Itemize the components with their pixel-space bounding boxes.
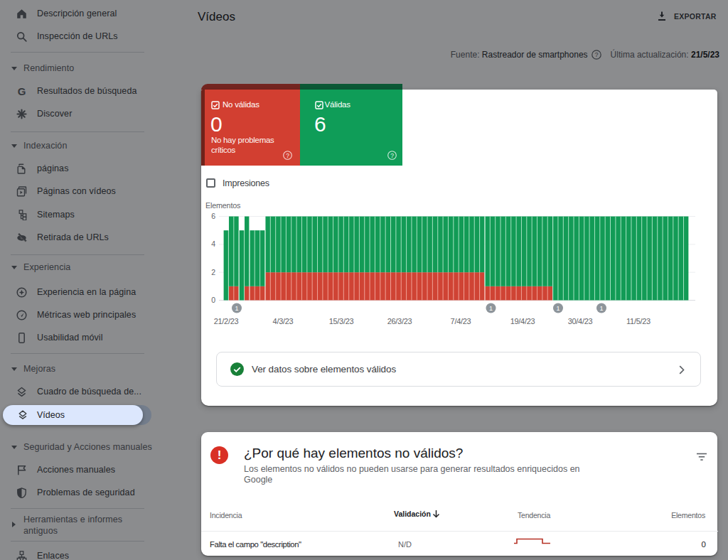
svg-text:30/4/23: 30/4/23 — [568, 317, 593, 325]
svg-text:11/5/23: 11/5/23 — [626, 317, 651, 325]
svg-text:4: 4 — [211, 239, 215, 248]
svg-text:6: 6 — [211, 212, 215, 220]
svg-text:1: 1 — [235, 305, 238, 312]
svg-text:1: 1 — [556, 305, 560, 312]
svg-text:2: 2 — [211, 268, 215, 276]
svg-text:19/4/23: 19/4/23 — [510, 317, 535, 325]
svg-text:15/3/23: 15/3/23 — [329, 317, 354, 325]
svg-text:1: 1 — [489, 305, 493, 312]
svg-text:1: 1 — [599, 305, 603, 312]
svg-text:0: 0 — [211, 296, 215, 304]
svg-text:4/3/23: 4/3/23 — [273, 317, 294, 325]
svg-text:26/3/23: 26/3/23 — [387, 317, 412, 325]
svg-text:21/2/23: 21/2/23 — [214, 317, 239, 325]
svg-text:7/4/23: 7/4/23 — [451, 317, 471, 325]
